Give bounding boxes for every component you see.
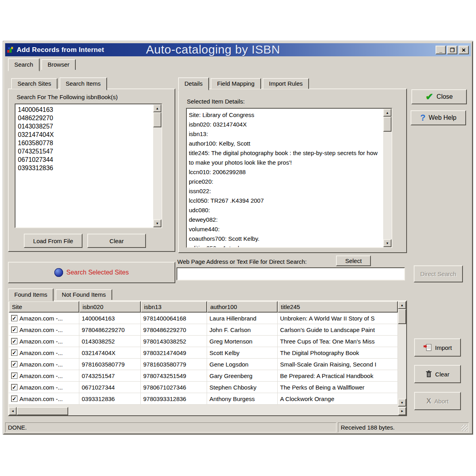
isbn-list-label: Search For The Following isbnBook(s)	[17, 94, 118, 100]
clear-results-button[interactable]: Clear	[414, 365, 461, 383]
isbn-entry[interactable]: 0671027344	[16, 155, 161, 164]
trash-icon	[426, 370, 432, 378]
tab-search-sites[interactable]: Search Sites	[11, 78, 58, 89]
tab-search[interactable]: Search	[8, 58, 40, 71]
checkmark-icon: ✔	[425, 91, 433, 102]
column-header-title245[interactable]: title245	[278, 301, 398, 313]
tab-not-found-items[interactable]: Not Found Items	[56, 289, 112, 300]
details-text-box[interactable]: Site: Library of Congress isbn020: 03214…	[186, 108, 392, 248]
row-checkbox[interactable]: ✓	[11, 372, 17, 379]
scroll-up-icon[interactable]: ▲	[153, 104, 161, 112]
isbn-entry[interactable]: 1400064163	[16, 106, 161, 114]
row-checkbox[interactable]: ✓	[11, 326, 17, 333]
detail-line: lccn010: 2006299288	[189, 167, 381, 177]
detail-line: udc080:	[189, 205, 381, 215]
main-tab-strip: Search Browser	[8, 58, 76, 71]
detail-line: lccl050: TR267 .K4394 2007	[189, 196, 381, 205]
web-help-button[interactable]: ? Web Help	[411, 110, 466, 125]
isbn-entry[interactable]: 0743251547	[16, 147, 161, 155]
window-subtitle: Auto-cataloging by ISBN	[146, 43, 280, 56]
window-title: Add Records from Internet	[17, 46, 104, 54]
scroll-up-icon[interactable]: ▲	[398, 301, 406, 309]
import-button[interactable]: Import	[414, 338, 461, 357]
close-button[interactable]: ✔ Close	[411, 89, 467, 104]
row-checkbox[interactable]: ✓	[11, 384, 17, 390]
details-scrollbar[interactable]: ▲ ▼	[383, 109, 392, 247]
tab-details[interactable]: Details	[178, 77, 209, 90]
status-message: DONE.	[5, 422, 336, 432]
detail-line: dewey082:	[189, 215, 381, 225]
load-from-file-button[interactable]: Load From File	[24, 234, 83, 248]
column-header-isbn020[interactable]: isbn020	[79, 301, 141, 313]
globe-icon	[54, 268, 63, 277]
clear-isbns-button[interactable]: Clear	[87, 234, 146, 248]
status-bytes: Received 188 bytes.	[338, 422, 469, 432]
tab-search-items[interactable]: Search Items	[60, 77, 107, 90]
detail-line: isbn020: 032147404X	[189, 120, 381, 129]
isbn-entry[interactable]: 1603580778	[16, 139, 161, 147]
scroll-up-icon[interactable]: ▲	[383, 109, 392, 117]
detail-line: edition250a: 1st ed.	[189, 244, 381, 248]
detail-line: author100: Kelby, Scott	[189, 139, 381, 148]
isbn-entry[interactable]: 0486229270	[16, 114, 161, 122]
row-checkbox[interactable]: ✓	[11, 315, 17, 321]
tab-import-rules[interactable]: Import Rules	[263, 78, 309, 89]
isbn-entry[interactable]: 032147404X	[16, 131, 161, 139]
add-records-window: Add Records from Internet Auto-catalogin…	[3, 41, 473, 434]
detail-line: issn022:	[189, 186, 381, 196]
row-checkbox[interactable]: ✓	[11, 361, 17, 367]
resize-grip-icon[interactable]	[461, 425, 468, 431]
detail-line: price020:	[189, 177, 381, 186]
tab-browser[interactable]: Browser	[41, 59, 76, 70]
search-selected-sites-button[interactable]: Search Selected Sites	[8, 262, 175, 283]
scroll-left-icon[interactable]: ◄	[9, 407, 17, 415]
detail-line: Site: Library of Congress	[189, 110, 381, 120]
table-vertical-scrollbar[interactable]: ▲ ▼	[398, 301, 406, 407]
detail-line: title245: The digital photography book :…	[189, 148, 381, 167]
import-icon	[423, 344, 432, 351]
direct-search-button[interactable]: Direct Search	[414, 265, 463, 282]
app-icon	[7, 46, 14, 54]
abort-button[interactable]: X Abort	[414, 392, 461, 410]
detail-line: coauthors700: Scott Kelby.	[189, 234, 381, 244]
maximize-button[interactable]: ❐	[447, 46, 457, 54]
details-panel: Selected Item Details: Site: Library of …	[178, 88, 407, 253]
detail-line: isbn13:	[189, 129, 381, 139]
isbn-entry[interactable]: 0143038257	[16, 122, 161, 131]
selected-item-details-label: Selected Item Details:	[187, 98, 245, 105]
row-checkbox[interactable]: ✓	[11, 395, 17, 402]
column-header-site[interactable]: Site	[9, 301, 79, 313]
search-items-panel: Search For The Following isbnBook(s) 140…	[8, 88, 175, 252]
isbn-entry[interactable]: 0393312836	[16, 164, 161, 172]
x-icon: X	[426, 397, 431, 405]
isbn-list-box[interactable]: 1400064163 0486229270 0143038257 0321474…	[15, 104, 162, 228]
scroll-down-icon[interactable]: ▼	[153, 219, 161, 227]
title-bar[interactable]: Add Records from Internet Auto-catalogin…	[5, 43, 471, 56]
results-table: Site isbn020 isbn13 author100 title245 ✓…	[8, 300, 407, 416]
row-checkbox[interactable]: ✓	[11, 338, 17, 344]
column-header-author100[interactable]: author100	[207, 301, 278, 313]
tab-field-mapping[interactable]: Field Mapping	[211, 78, 261, 89]
select-file-button[interactable]: Select	[336, 255, 371, 266]
scroll-right-icon[interactable]: ►	[398, 407, 406, 415]
row-checkbox[interactable]: ✓	[11, 349, 17, 356]
isbn-list-scrollbar[interactable]: ▲ ▼	[153, 104, 161, 227]
scroll-down-icon[interactable]: ▼	[383, 239, 392, 247]
detail-line: volume440:	[189, 225, 381, 234]
column-header-isbn13[interactable]: isbn13	[141, 301, 207, 313]
table-horizontal-scrollbar[interactable]: ◄ ►	[9, 407, 406, 415]
direct-search-input[interactable]	[177, 267, 405, 280]
close-window-button[interactable]: ✕	[459, 46, 469, 54]
question-mark-icon: ?	[420, 113, 425, 123]
scroll-down-icon[interactable]: ▼	[398, 399, 406, 407]
direct-search-label: Web Page Address or Text File for Direct…	[177, 258, 307, 265]
minimize-button[interactable]: _	[436, 46, 446, 54]
tab-found-items[interactable]: Found Items	[8, 288, 54, 301]
